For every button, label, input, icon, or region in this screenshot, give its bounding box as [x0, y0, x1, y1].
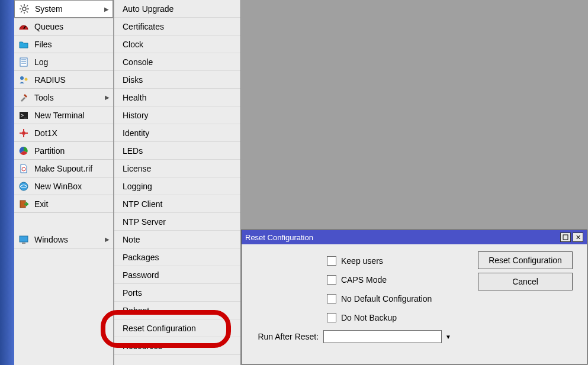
wrench-icon	[18, 92, 30, 104]
submenu-item-ports[interactable]: Ports	[114, 284, 240, 302]
svg-line-7	[21, 11, 22, 12]
checkbox-label: CAPS Mode	[341, 275, 387, 285]
svg-rect-10	[20, 58, 27, 66]
terminal-icon: >_	[18, 109, 30, 121]
window-left-strip	[0, 0, 14, 365]
no-default-config-checkbox[interactable]	[327, 294, 336, 303]
sidebar-item-tools[interactable]: Tools ▶	[14, 89, 113, 106]
sidebar-item-label: New Terminal	[34, 111, 85, 120]
exit-icon	[18, 198, 30, 210]
submenu-item-reboot[interactable]: Reboot	[114, 302, 240, 319]
checkbox-label: Do Not Backup	[341, 313, 397, 322]
sidebar-item-label: Log	[34, 57, 48, 67]
submenu-item-packages[interactable]: Packages	[114, 248, 240, 266]
sidebar-item-label: RADIUS	[34, 75, 66, 85]
sidebar-item-windows[interactable]: Windows ▶	[14, 231, 113, 248]
sidebar-item-label: Exit	[34, 199, 48, 209]
chevron-right-icon: ▶	[104, 6, 109, 12]
monitor-icon	[18, 234, 30, 246]
sidebar-item-label: Tools	[34, 93, 54, 102]
dialog-titlebar[interactable]: Reset Configuration ✕	[242, 230, 587, 244]
sidebar-item-label: New WinBox	[34, 182, 82, 191]
submenu-item-leds[interactable]: LEDs	[114, 142, 240, 160]
sidebar-item-make-supout[interactable]: Make Supout.rif	[14, 160, 113, 177]
sidebar-gap	[14, 213, 113, 231]
sidebar-item-label: Make Supout.rif	[34, 164, 92, 173]
submenu-item-ntp-client[interactable]: NTP Client	[114, 195, 240, 213]
sidebar-item-exit[interactable]: Exit	[14, 195, 113, 213]
chevron-down-icon[interactable]: ▼	[445, 334, 451, 340]
svg-point-18	[22, 131, 25, 135]
keep-users-checkbox[interactable]	[327, 256, 336, 266]
sidebar-item-queues[interactable]: Queues	[14, 18, 113, 35]
submenu-item-reset-configuration[interactable]: Reset Configuration	[114, 319, 240, 337]
system-submenu: Auto Upgrade Certificates Clock Console …	[114, 0, 241, 365]
file-icon	[18, 163, 30, 175]
sidebar-item-label: Partition	[34, 146, 65, 156]
svg-line-6	[27, 11, 28, 12]
sidebar-item-log[interactable]: Log	[14, 53, 113, 71]
submenu-item-history[interactable]: History	[114, 106, 240, 124]
submenu-item-certificates[interactable]: Certificates	[114, 18, 240, 35]
dialog-buttons: Reset Configuration Cancel	[478, 251, 579, 346]
sidebar-item-dot1x[interactable]: Dot1X	[14, 124, 113, 142]
sidebar-item-label: Dot1X	[34, 128, 57, 138]
sidebar-item-radius[interactable]: RADIUS	[14, 71, 113, 89]
chevron-right-icon: ▶	[105, 236, 110, 243]
do-not-backup-checkbox[interactable]	[327, 313, 336, 322]
minimize-icon[interactable]	[560, 232, 571, 242]
submenu-item-auto-upgrade[interactable]: Auto Upgrade	[114, 0, 240, 18]
svg-line-5	[21, 5, 22, 7]
submenu-item-note[interactable]: Note	[114, 231, 240, 248]
submenu-item-identity[interactable]: Identity	[114, 124, 240, 142]
submenu-item-license[interactable]: License	[114, 160, 240, 177]
submenu-item-disks[interactable]: Disks	[114, 71, 240, 89]
svg-point-0	[23, 7, 26, 11]
submenu-item-password[interactable]: Password	[114, 266, 240, 284]
svg-point-15	[25, 77, 28, 80]
globe-icon	[18, 180, 30, 192]
sidebar-item-label: Windows	[34, 235, 68, 244]
user-icon	[18, 74, 30, 86]
main-sidebar: System ▶ Queues Files Log RADIUS Tools ▶	[14, 0, 114, 365]
submenu-item-resources[interactable]: Resources	[114, 337, 240, 355]
sidebar-item-label: Files	[34, 40, 52, 49]
sidebar-item-partition[interactable]: Partition	[14, 142, 113, 160]
sidebar-item-system[interactable]: System ▶	[14, 0, 113, 18]
svg-point-24	[20, 182, 28, 190]
reset-configuration-button[interactable]: Reset Configuration	[478, 251, 573, 269]
submenu-item-ntp-server[interactable]: NTP Server	[114, 213, 240, 231]
submenu-item-logging[interactable]: Logging	[114, 177, 240, 195]
dialog-options: Keep users CAPS Mode No Default Configur…	[250, 251, 451, 346]
checkbox-label: Keep users	[341, 256, 383, 266]
sidebar-item-new-winbox[interactable]: New WinBox	[14, 177, 113, 195]
list-icon	[18, 56, 30, 68]
svg-rect-26	[20, 236, 28, 242]
svg-point-14	[20, 76, 24, 80]
folder-icon	[18, 38, 30, 50]
sidebar-item-label: Queues	[34, 22, 63, 31]
sidebar-item-new-terminal[interactable]: >_ New Terminal	[14, 106, 113, 124]
submenu-item-clock[interactable]: Clock	[114, 35, 240, 53]
sidebar-item-files[interactable]: Files	[14, 35, 113, 53]
submenu-item-health[interactable]: Health	[114, 89, 240, 106]
sidebar-item-label: System	[35, 4, 63, 14]
chevron-right-icon: ▶	[105, 94, 110, 101]
run-after-reset-label: Run After Reset:	[250, 332, 323, 341]
caps-mode-checkbox[interactable]	[327, 275, 336, 285]
svg-line-8	[27, 5, 28, 7]
checkbox-label: No Default Configuration	[341, 294, 432, 303]
dialog-title: Reset Configuration	[245, 233, 313, 242]
svg-rect-27	[22, 243, 25, 244]
reset-configuration-dialog: Reset Configuration ✕ Keep users CAPS Mo…	[241, 230, 587, 364]
submenu-item-console[interactable]: Console	[114, 53, 240, 71]
pie-icon	[18, 145, 30, 157]
close-icon[interactable]: ✕	[573, 232, 583, 242]
dot-icon	[18, 127, 30, 139]
run-after-reset-input[interactable]	[323, 330, 442, 343]
gauge-icon	[18, 21, 30, 33]
cancel-button[interactable]: Cancel	[478, 273, 573, 290]
gear-icon	[18, 3, 30, 15]
svg-rect-28	[563, 235, 568, 240]
svg-text:>_: >_	[21, 112, 27, 118]
